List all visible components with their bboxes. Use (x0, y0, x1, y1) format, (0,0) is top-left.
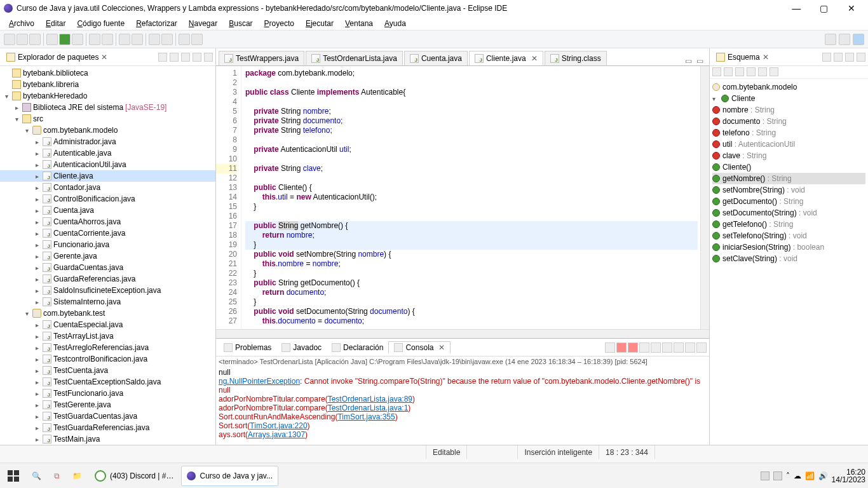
editor-body[interactable]: 1234567891011121314151617181920212223242… (216, 66, 709, 329)
outline-node[interactable]: clave : String (712, 150, 865, 161)
bottom-tab-javadoc[interactable]: Javadoc (276, 342, 327, 353)
outline-node[interactable]: util : AutenticacionUtil (712, 139, 865, 150)
outline-node[interactable]: Cliente() (712, 161, 865, 173)
tree-node[interactable]: ▸TestGerente.java (0, 399, 215, 410)
tree-node[interactable]: ▸GuardaCuentas.java (0, 262, 215, 273)
minimize-view-icon[interactable] (193, 53, 201, 62)
tree-node[interactable]: ▾src (0, 113, 215, 125)
taskview-icon[interactable]: ⧉ (49, 466, 65, 486)
outline-tree[interactable]: com.bytebank.modelo▾Clientenombre : Stri… (710, 79, 868, 445)
open-type-icon[interactable] (119, 34, 130, 45)
tree-node[interactable]: ▸TestcontrolBonificacion.java (0, 353, 215, 365)
outline-hide-local-icon[interactable] (770, 67, 778, 76)
discord-taskbar[interactable]: (403) Discord | #… (90, 466, 179, 486)
save-all-icon[interactable] (29, 34, 41, 45)
menu-ayuda[interactable]: Ayuda (379, 18, 411, 29)
collapse-all-icon[interactable] (158, 53, 167, 62)
back-icon[interactable] (179, 34, 190, 45)
console-scroll-lock-icon[interactable] (651, 342, 661, 353)
minimize-button[interactable]: — (783, 3, 809, 13)
toggle-block-icon[interactable] (161, 34, 173, 45)
outline-node[interactable]: getNombre() : String (712, 173, 865, 184)
outline-node[interactable]: setTelefono(String) : void (712, 230, 865, 241)
tree-node[interactable]: ▸Biblioteca JRE del sistema [JavaSE-19] (0, 102, 215, 113)
tree-node[interactable]: ▸TestCuentaExceptionSaldo.java (0, 376, 215, 388)
outline-node[interactable]: setNombre(String) : void (712, 184, 865, 196)
minimize-outline-icon[interactable] (845, 53, 854, 62)
tray-wifi-icon[interactable]: 📶 (805, 471, 815, 480)
outline-node[interactable]: com.bytebank.modelo (712, 81, 865, 93)
menu-código fuente[interactable]: Código fuente (72, 18, 130, 29)
close-outline-icon[interactable]: ✕ (763, 53, 769, 62)
console-clear-icon[interactable] (605, 342, 615, 353)
menu-navegar[interactable]: Navegar (184, 18, 222, 29)
tree-node[interactable]: ▸TestGuardaReferencias.java (0, 422, 215, 433)
outline-node[interactable]: telefono : String (712, 127, 865, 139)
outline-filter-icon[interactable] (712, 67, 721, 76)
tree-node[interactable]: ▸Autenticable.java (0, 147, 215, 159)
search-taskbar-icon[interactable]: 🔍 (27, 466, 46, 486)
java-perspective-icon[interactable] (853, 34, 864, 45)
tree-node[interactable]: ▾com.bytebank.modelo (0, 125, 215, 136)
tree-node[interactable]: ▸AutenticacionUtil.java (0, 159, 215, 170)
menu-archivo[interactable]: Archivo (4, 18, 39, 29)
minimize-bottom-icon[interactable] (685, 342, 695, 353)
search-toolbar-icon[interactable] (825, 34, 836, 45)
new-icon[interactable] (4, 34, 15, 45)
tree-node[interactable]: ▸CuentaAhorros.java (0, 216, 215, 227)
outline-node[interactable]: nombre : String (712, 104, 865, 116)
tray-time[interactable]: 16:20 (832, 468, 865, 476)
menu-ventana[interactable]: Ventana (340, 18, 378, 29)
code-area[interactable]: package com.bytebank.modelo;public class… (241, 66, 700, 329)
outline-hide-nonpublic-icon[interactable] (758, 67, 767, 76)
new-class-icon[interactable] (102, 34, 113, 45)
outline-menu-icon[interactable] (834, 53, 843, 62)
maximize-bottom-icon[interactable] (696, 342, 707, 353)
outline-node[interactable]: documento : String (712, 116, 865, 127)
outline-node[interactable]: getDocumento() : String (712, 196, 865, 207)
outline-node[interactable]: iniciarSesion(String) : boolean (712, 241, 865, 253)
debug-icon[interactable] (46, 34, 58, 45)
outline-node[interactable]: ▾Cliente (712, 93, 865, 104)
editor-tab[interactable]: TestOrdenarLista.java (306, 51, 403, 65)
tray-volume-icon[interactable]: 🔊 (818, 471, 828, 480)
bottom-tab-problemas[interactable]: Problemas (219, 342, 276, 353)
bottom-tab-consola[interactable]: Consola✕ (388, 341, 451, 354)
package-explorer-tab[interactable]: Explorador de paquetes ✕ (3, 51, 111, 63)
menu-proyecto[interactable]: Proyecto (259, 18, 299, 29)
start-button[interactable] (3, 466, 24, 486)
menu-ejecutar[interactable]: Ejecutar (301, 18, 339, 29)
forward-icon[interactable] (191, 34, 203, 45)
coverage-icon[interactable] (72, 34, 83, 45)
tree-node[interactable]: ▸SaldoInsuficineteException.java (0, 285, 215, 296)
tree-node[interactable]: bytebank.libreria (0, 79, 215, 90)
save-icon[interactable] (17, 34, 28, 45)
search-icon[interactable] (132, 34, 143, 45)
bottom-tab-declaración[interactable]: Declaración (327, 342, 388, 353)
open-perspective-icon[interactable] (839, 34, 850, 45)
console-removeall-icon[interactable] (628, 342, 638, 353)
tree-node[interactable]: ▸Administrador.java (0, 136, 215, 147)
console-remove-icon[interactable] (616, 342, 627, 353)
minimize-editor-icon[interactable]: ▭ (685, 57, 694, 65)
tray-date[interactable]: 14/1/2023 (832, 476, 865, 484)
tree-node[interactable]: ▸ControlBonificacion.java (0, 193, 215, 205)
tree-node[interactable]: ▸Cuenta.java (0, 205, 215, 216)
editor-tab[interactable]: String.class (545, 51, 607, 65)
tree-node[interactable]: ▸CuentaEspecial.java (0, 319, 215, 330)
link-editor-icon[interactable] (170, 53, 179, 62)
tree-node[interactable]: ▸TestGuardaCuentas.java (0, 410, 215, 422)
tree-node[interactable]: bytebank.biblioteca (0, 67, 215, 79)
explorer-icon[interactable]: 📁 (67, 466, 87, 486)
tray-chevron-icon[interactable]: ˄ (786, 471, 790, 480)
eclipse-taskbar[interactable]: Curso de Java y jav... (181, 466, 278, 486)
view-menu-icon[interactable] (181, 53, 190, 62)
outline-sort-az-icon[interactable] (724, 67, 733, 76)
tree-node[interactable]: ▸Funcionario.java (0, 239, 215, 250)
tray-icon-1[interactable] (761, 471, 770, 480)
tree-node[interactable]: ▾com.bytebank.test (0, 308, 215, 319)
tray-onedrive-icon[interactable]: ☁ (794, 471, 801, 480)
console-output[interactable]: nullng.NullPointerException: Cannot invo… (216, 367, 709, 445)
maximize-view-icon[interactable] (204, 53, 213, 62)
tree-node[interactable]: ▸Contador.java (0, 182, 215, 193)
